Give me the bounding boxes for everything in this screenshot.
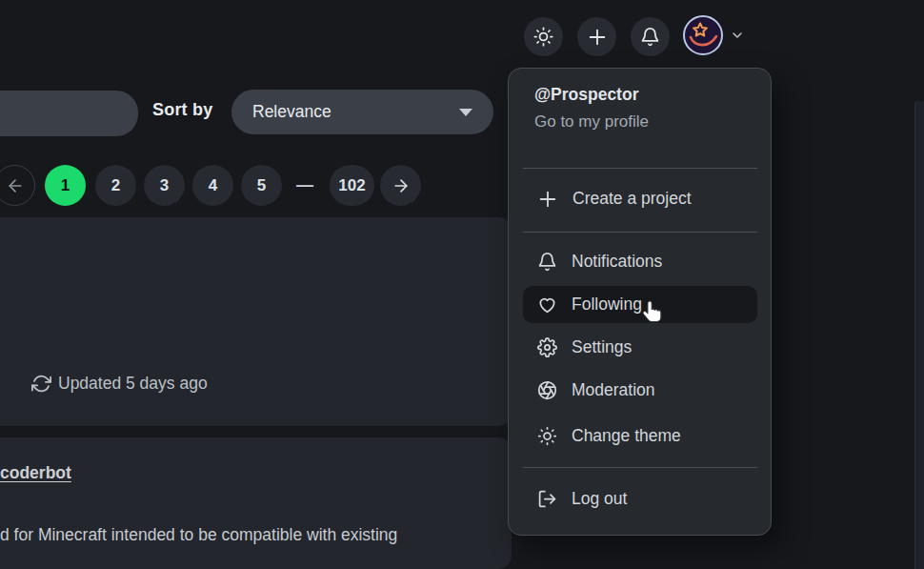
pagination-page-4[interactable]: 4 <box>192 165 233 206</box>
menu-item-notifications[interactable]: Notifications <box>523 243 757 280</box>
user-dropdown-menu: @Prospector Go to my profile Create a pr… <box>508 68 772 536</box>
menu-profile-link[interactable]: Go to my profile <box>534 112 649 132</box>
pagination-ellipsis: — <box>291 165 318 206</box>
modrinth-search-page: Sort by Relevance 1 2 3 4 5 — 102 uid3 i… <box>0 0 924 569</box>
menu-item-label: Log out <box>572 489 627 509</box>
search-input[interactable] <box>0 91 138 136</box>
pagination-prev-button[interactable] <box>0 165 35 206</box>
menu-divider <box>523 467 757 468</box>
sun-icon <box>533 27 553 47</box>
right-panel-edge <box>914 101 924 569</box>
result-updated: Updated 5 days ago <box>31 374 208 394</box>
menu-item-label: Settings <box>572 337 632 357</box>
plus-icon <box>537 189 558 210</box>
search-result-card: uid3 ine and client-side optimization mo… <box>0 217 512 426</box>
shooting-star-avatar <box>682 14 724 56</box>
topbar <box>0 0 924 72</box>
bell-icon <box>537 252 557 272</box>
pagination-page-2[interactable]: 2 <box>95 165 136 206</box>
menu-item-label: Create a project <box>572 189 692 209</box>
refresh-icon <box>31 374 51 394</box>
menu-divider <box>523 168 757 169</box>
menu-item-settings[interactable]: Settings <box>523 329 757 366</box>
result-updated-text: Updated 5 days ago <box>58 374 208 394</box>
menu-item-logout[interactable]: Log out <box>523 480 757 518</box>
result-description: d for Minecraft intended to be compatibl… <box>0 525 397 545</box>
menu-item-label: Moderation <box>572 380 655 400</box>
menu-item-change-theme[interactable]: Change theme <box>523 417 757 455</box>
sun-icon <box>537 426 557 446</box>
menu-username: @Prospector <box>534 85 638 105</box>
menu-item-moderation[interactable]: Moderation <box>523 372 757 409</box>
sort-select[interactable]: Relevance <box>231 90 493 134</box>
heart-icon <box>537 295 557 315</box>
chevron-down-icon <box>730 28 745 43</box>
pagination-page-3[interactable]: 3 <box>144 165 185 206</box>
plus-icon <box>587 27 608 48</box>
user-avatar-button[interactable] <box>682 13 751 57</box>
search-result-card: coderbot d for Minecraft intended to be … <box>0 437 512 569</box>
result-author-link[interactable]: coderbot <box>0 463 71 483</box>
sort-select-value: Relevance <box>252 102 331 122</box>
gear-icon <box>537 337 557 357</box>
menu-item-following[interactable]: Following <box>523 286 757 323</box>
sort-by-label: Sort by <box>152 100 212 120</box>
pagination-next-button[interactable] <box>380 165 421 206</box>
arrow-right-icon <box>392 176 411 195</box>
menu-item-label: Following <box>572 295 642 315</box>
notifications-button[interactable] <box>631 17 670 56</box>
aperture-icon <box>537 380 557 400</box>
create-button[interactable] <box>577 17 616 56</box>
menu-item-label: Notifications <box>572 252 662 272</box>
menu-item-create-project[interactable]: Create a project <box>523 180 757 217</box>
arrow-left-icon <box>6 176 25 195</box>
menu-item-label: Change theme <box>572 426 681 446</box>
menu-divider <box>523 232 757 233</box>
pagination-page-5[interactable]: 5 <box>241 165 282 206</box>
pagination-page-1[interactable]: 1 <box>45 165 86 206</box>
pagination-page-last[interactable]: 102 <box>330 165 374 206</box>
theme-toggle-button[interactable] <box>524 17 563 56</box>
bell-icon <box>640 27 660 47</box>
caret-down-icon <box>459 109 472 116</box>
logout-icon <box>537 489 557 509</box>
